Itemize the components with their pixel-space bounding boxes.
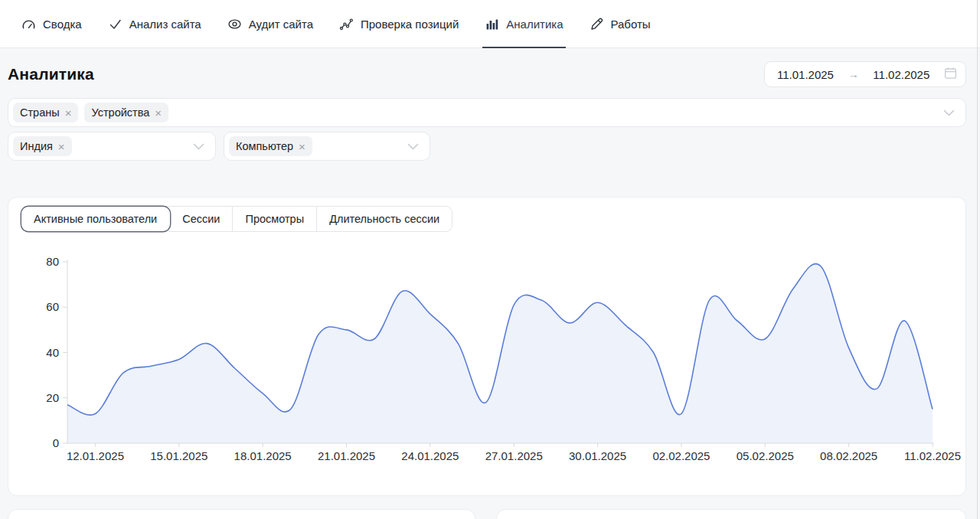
nav-item-works[interactable]: Работы: [590, 0, 651, 47]
page-content: Аналитика 11.01.2025 → 11.02.2025 Страны…: [0, 61, 980, 519]
y-tick-label: 60: [46, 300, 59, 313]
x-tick-label: 18.01.2025: [234, 449, 292, 462]
x-tick-label: 08.02.2025: [820, 449, 877, 462]
trend-icon: [339, 17, 354, 31]
device-select[interactable]: Компьютер ×: [224, 132, 430, 161]
chip-countries: Страны ×: [13, 103, 78, 122]
nav-item-label: Проверка позиций: [361, 18, 459, 31]
chip-label: Индия: [20, 140, 53, 152]
x-tick-label: 15.01.2025: [150, 449, 207, 462]
bottom-card-right: [496, 509, 966, 519]
scrollbar-track[interactable]: [977, 0, 978, 519]
nav-item-site-analysis[interactable]: Анализ сайта: [108, 0, 201, 47]
bottom-card-left: [8, 509, 475, 519]
x-tick-label: 12.01.2025: [67, 449, 124, 462]
dimension-chips: Страны × Устройства ×: [13, 103, 168, 122]
check-icon: [108, 17, 122, 31]
nav-item-label: Работы: [611, 18, 651, 31]
chip-label: Компьютер: [236, 140, 293, 152]
date-start-field[interactable]: 11.01.2025: [777, 68, 834, 81]
top-navigation: Сводка Анализ сайта Аудит сайта: [0, 0, 980, 48]
x-tick-label: 30.01.2025: [569, 449, 626, 462]
chevron-down-icon: [193, 139, 204, 153]
country-select[interactable]: Индия ×: [8, 132, 216, 161]
x-tick-label: 21.01.2025: [318, 449, 375, 462]
y-tick-label: 0: [53, 436, 59, 449]
nav-item-analytics[interactable]: Аналитика: [485, 0, 563, 47]
calendar-icon[interactable]: [944, 67, 957, 82]
chart-area: [67, 264, 933, 443]
tab-pageviews[interactable]: Просмотры: [233, 207, 317, 231]
eye-icon: [227, 17, 242, 31]
gauge-icon: [21, 17, 36, 31]
device-chips: Компьютер ×: [229, 136, 312, 156]
page-title: Аналитика: [8, 65, 94, 83]
chip-remove-icon[interactable]: ×: [65, 107, 72, 119]
dimensions-select[interactable]: Страны × Устройства ×: [8, 98, 966, 127]
analytics-chart: 02040608012.01.202515.01.202518.01.20252…: [8, 232, 965, 496]
tab-active-users[interactable]: Активные пользователи: [21, 207, 170, 231]
title-row: Аналитика 11.01.2025 → 11.02.2025: [8, 61, 966, 87]
bar-chart-icon: [485, 17, 499, 31]
x-tick-label: 02.02.2025: [652, 449, 710, 462]
y-tick-label: 40: [46, 346, 59, 359]
x-tick-label: 05.02.2025: [737, 449, 794, 462]
chip-remove-icon[interactable]: ×: [155, 107, 162, 119]
tab-sessions[interactable]: Сессии: [170, 207, 233, 231]
nav-item-label: Анализ сайта: [129, 18, 201, 31]
chip-remove-icon[interactable]: ×: [58, 141, 65, 152]
nav-item-summary[interactable]: Сводка: [21, 0, 82, 47]
tab-session-duration[interactable]: Длительность сессии: [317, 207, 452, 231]
chevron-down-icon: [943, 106, 955, 119]
metric-tabs: Активные пользователи Сессии Просмотры Д…: [21, 206, 452, 232]
chip-devices: Устройства ×: [84, 103, 168, 122]
bottom-cards-row: [8, 509, 966, 519]
date-range-picker[interactable]: 11.01.2025 → 11.02.2025: [764, 61, 966, 87]
analytics-chart-card: Активные пользователи Сессии Просмотры Д…: [8, 197, 966, 496]
filter-values-row: Индия × Компьютер ×: [8, 132, 966, 161]
chip-label: Страны: [20, 106, 60, 119]
nav-item-label: Сводка: [43, 18, 82, 31]
analytics-page: { "ui": {"remove_symbol": "×"}, "nav": {…: [0, 0, 980, 519]
chevron-down-icon: [407, 139, 419, 153]
country-chips: Индия ×: [13, 136, 72, 156]
chip-india: Индия ×: [13, 136, 72, 156]
date-end-field[interactable]: 11.02.2025: [873, 68, 929, 81]
y-tick-label: 80: [46, 255, 59, 268]
nav-item-position-check[interactable]: Проверка позиций: [339, 0, 459, 47]
nav-item-site-audit[interactable]: Аудит сайта: [227, 0, 313, 47]
x-tick-label: 11.02.2025: [904, 449, 961, 462]
nav-item-label: Аналитика: [506, 18, 563, 31]
y-tick-label: 20: [46, 391, 59, 404]
date-range-arrow-icon: →: [848, 68, 859, 80]
pencil-icon: [590, 17, 604, 31]
nav-item-label: Аудит сайта: [249, 18, 313, 31]
x-tick-label: 24.01.2025: [401, 449, 459, 462]
chip-label: Устройства: [91, 106, 149, 119]
x-tick-label: 27.01.2025: [485, 449, 543, 462]
chip-computer: Компьютер ×: [229, 136, 312, 156]
chip-remove-icon[interactable]: ×: [299, 141, 305, 152]
